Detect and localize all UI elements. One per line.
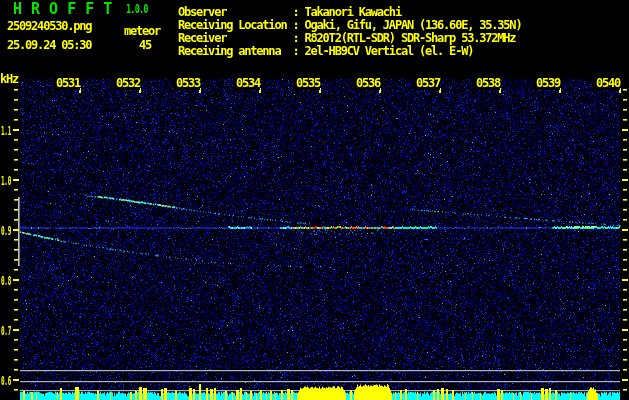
time-tick-label: 0536 xyxy=(353,78,380,90)
time-tick-label: 0537 xyxy=(413,78,440,90)
freq-tick-label: 0.6 xyxy=(1,374,11,387)
time-tick-label: 0533 xyxy=(173,78,200,90)
observation-mode: meteor xyxy=(124,25,160,37)
time-tick-label: 0540 xyxy=(593,78,620,90)
info-line-location: Receiving Location : Ogaki, Gifu, JAPAN … xyxy=(178,19,521,31)
time-tick-label: 0535 xyxy=(293,78,320,90)
freq-tick-label: 0.7 xyxy=(1,324,11,337)
meteor-count: 45 xyxy=(139,39,151,51)
info-line-antenna: Receiving antenna : 2el-HB9CV Vertical (… xyxy=(178,45,473,57)
app-title: H R O F F T xyxy=(13,2,112,17)
hrofft-output: H R O F F T 1.0.0 2509240530.png meteor … xyxy=(0,0,629,400)
freq-tick-label: 1.0 xyxy=(1,174,11,187)
output-filename: 2509240530.png xyxy=(7,20,91,32)
app-version: 1.0.0 xyxy=(126,3,148,15)
freq-axis-unit: kHz xyxy=(0,73,18,85)
freq-tick-label: 1.1 xyxy=(1,124,11,137)
info-line-observer: Observer : Takanori Kawachi xyxy=(178,6,401,18)
observation-datetime: 25.09.24 05:30 xyxy=(7,39,91,51)
info-line-receiver: Receiver : R820T2(RTL-SDR) SDR-Sharp 53.… xyxy=(178,32,515,44)
freq-tick-label: 0.9 xyxy=(1,224,11,237)
time-tick-label: 0538 xyxy=(473,78,500,90)
spectrogram-canvas xyxy=(0,0,629,400)
time-tick-label: 0539 xyxy=(533,78,560,90)
freq-tick-label: 0.8 xyxy=(1,274,11,287)
time-tick-label: 0534 xyxy=(233,78,260,90)
time-tick-label: 0531 xyxy=(53,78,80,90)
time-tick-label: 0532 xyxy=(113,78,140,90)
